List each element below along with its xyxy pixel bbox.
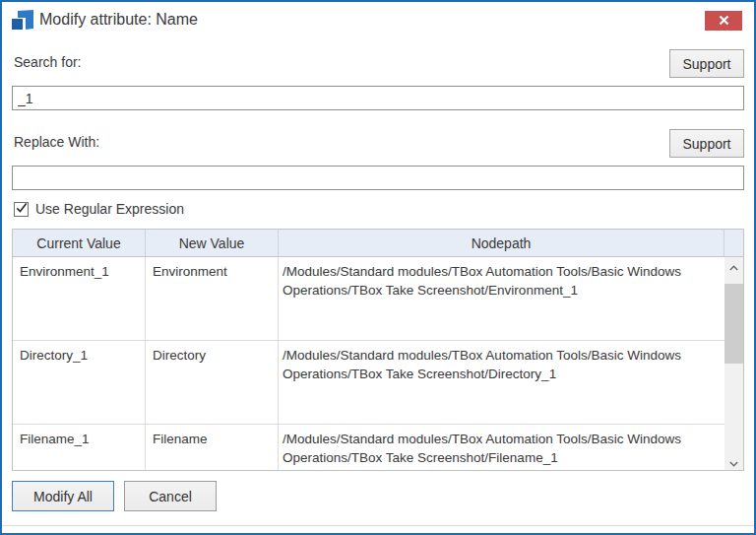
results-table: Current Value New Value Nodepath Environ… — [12, 229, 744, 471]
table-row[interactable]: Environment_1 Environment /Modules/Stand… — [13, 257, 724, 341]
footer-divider — [2, 525, 754, 526]
column-header-current-value[interactable]: Current Value — [13, 230, 146, 256]
column-header-nodepath[interactable]: Nodepath — [279, 230, 724, 256]
checkmark-icon — [16, 200, 28, 218]
chevron-down-icon — [729, 453, 738, 471]
table-body: Environment_1 Environment /Modules/Stand… — [13, 257, 743, 470]
scroll-down-button[interactable] — [724, 453, 743, 470]
cell-current-value: Environment_1 — [13, 257, 146, 340]
cell-nodepath: /Modules/Standard modules/TBox Automatio… — [279, 257, 724, 340]
chevron-up-icon — [729, 257, 738, 275]
search-for-label: Search for: — [14, 54, 81, 70]
use-regex-option[interactable]: Use Regular Expression — [14, 200, 184, 218]
use-regex-checkbox[interactable] — [14, 202, 29, 217]
modify-all-button[interactable]: Modify All — [12, 481, 114, 511]
close-button[interactable] — [705, 11, 742, 31]
use-regex-label: Use Regular Expression — [35, 201, 184, 217]
cell-new-value: Environment — [146, 257, 279, 340]
cell-nodepath: /Modules/Standard modules/TBox Automatio… — [279, 341, 724, 424]
table-header: Current Value New Value Nodepath — [13, 230, 743, 257]
replace-support-button[interactable]: Support — [669, 129, 744, 158]
scrollbar-thumb[interactable] — [724, 284, 743, 364]
tosca-app-icon — [12, 10, 33, 30]
dialog-title: Modify attribute: Name — [39, 11, 198, 29]
vertical-scrollbar[interactable] — [724, 257, 743, 470]
scroll-up-button[interactable] — [724, 257, 743, 274]
replace-input[interactable] — [12, 166, 744, 190]
cell-current-value: Directory_1 — [13, 341, 146, 424]
cell-nodepath: /Modules/Standard modules/TBox Automatio… — [279, 425, 724, 470]
cell-current-value: Filename_1 — [13, 425, 146, 470]
search-input[interactable] — [12, 86, 744, 110]
cell-new-value: Directory — [146, 341, 279, 424]
cancel-button[interactable]: Cancel — [124, 481, 217, 511]
table-row[interactable]: Directory_1 Directory /Modules/Standard … — [13, 341, 724, 425]
column-header-new-value[interactable]: New Value — [146, 230, 279, 256]
table-row[interactable]: Filename_1 Filename /Modules/Standard mo… — [13, 425, 724, 470]
scrollbar-header-spacer — [724, 230, 743, 256]
replace-with-label: Replace With: — [14, 134, 99, 150]
close-icon — [719, 14, 729, 29]
title-bar: Modify attribute: Name — [2, 2, 754, 39]
cell-new-value: Filename — [146, 425, 279, 470]
modify-attribute-dialog: Modify attribute: Name Search for: Suppo… — [0, 0, 756, 535]
search-support-button[interactable]: Support — [669, 49, 744, 78]
